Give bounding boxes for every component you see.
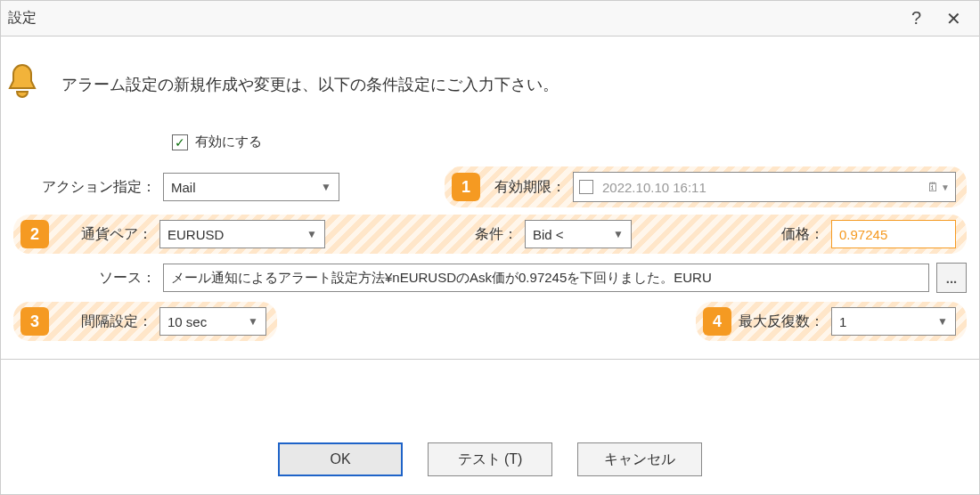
enable-checkbox[interactable]: ✓: [172, 134, 188, 150]
price-label: 価格：: [781, 225, 824, 244]
help-icon[interactable]: ?: [911, 8, 921, 28]
calendar-icon[interactable]: 🗓: [927, 180, 939, 194]
cancel-button[interactable]: キャンセル: [577, 442, 702, 476]
badge-1: 1: [452, 173, 480, 201]
maxrepeat-select[interactable]: 1 ▼: [831, 307, 956, 336]
badge-3: 3: [20, 307, 49, 336]
header: アラーム設定の新規作成や変更は、以下の条件設定にご入力下さい。: [1, 37, 979, 125]
condition-value: Bid <: [533, 227, 606, 242]
maxrepeat-label: 最大反復数：: [739, 312, 824, 331]
pair-label: 通貨ペア：: [56, 225, 152, 244]
close-icon[interactable]: ✕: [946, 8, 961, 29]
ok-button[interactable]: OK: [278, 442, 403, 476]
expiry-field[interactable]: 2022.10.10 16:11 🗓 ▼: [573, 172, 956, 202]
price-input[interactable]: 0.97245: [831, 220, 956, 248]
test-button[interactable]: テスト (T): [428, 442, 552, 476]
titlebar: 設定 ? ✕: [1, 1, 979, 37]
enable-label: 有効にする: [195, 134, 262, 150]
chevron-down-icon: ▼: [321, 181, 331, 193]
chevron-down-icon[interactable]: ▼: [941, 183, 950, 192]
pair-value: EURUSD: [167, 227, 299, 242]
maxrepeat-value: 1: [839, 314, 930, 329]
chevron-down-icon: ▼: [613, 228, 624, 240]
action-value: Mail: [171, 180, 314, 195]
interval-label: 間隔設定：: [56, 312, 152, 331]
source-label: ソース：: [13, 269, 156, 288]
price-value: 0.97245: [839, 227, 887, 242]
window-title: 設定: [8, 9, 911, 28]
action-label: アクション指定：: [13, 178, 156, 197]
chevron-down-icon: ▼: [248, 315, 258, 328]
action-select[interactable]: Mail ▼: [163, 173, 339, 201]
expiry-label: 有効期限：: [487, 178, 573, 197]
badge-4: 4: [703, 307, 731, 336]
interval-value: 10 sec: [167, 314, 241, 329]
expiry-value: 2022.10.10 16:11: [602, 180, 706, 195]
header-instruction: アラーム設定の新規作成や変更は、以下の条件設定にご入力下さい。: [61, 74, 559, 95]
source-more-button[interactable]: ...: [936, 263, 967, 293]
source-value: メール通知によるアラート設定方法¥nEURUSDのAsk価が0.97245を下回…: [171, 270, 712, 287]
separator: [1, 359, 979, 360]
badge-2: 2: [20, 220, 49, 248]
pair-select[interactable]: EURUSD ▼: [159, 220, 325, 248]
chevron-down-icon: ▼: [306, 228, 317, 240]
bell-icon: [1, 61, 44, 107]
chevron-down-icon: ▼: [937, 315, 948, 328]
source-input[interactable]: メール通知によるアラート設定方法¥nEURUSDのAsk価が0.97245を下回…: [163, 264, 929, 292]
condition-label: 条件：: [475, 225, 518, 244]
condition-select[interactable]: Bid < ▼: [525, 220, 632, 248]
interval-select[interactable]: 10 sec ▼: [159, 307, 266, 336]
expiry-checkbox[interactable]: [579, 180, 593, 194]
